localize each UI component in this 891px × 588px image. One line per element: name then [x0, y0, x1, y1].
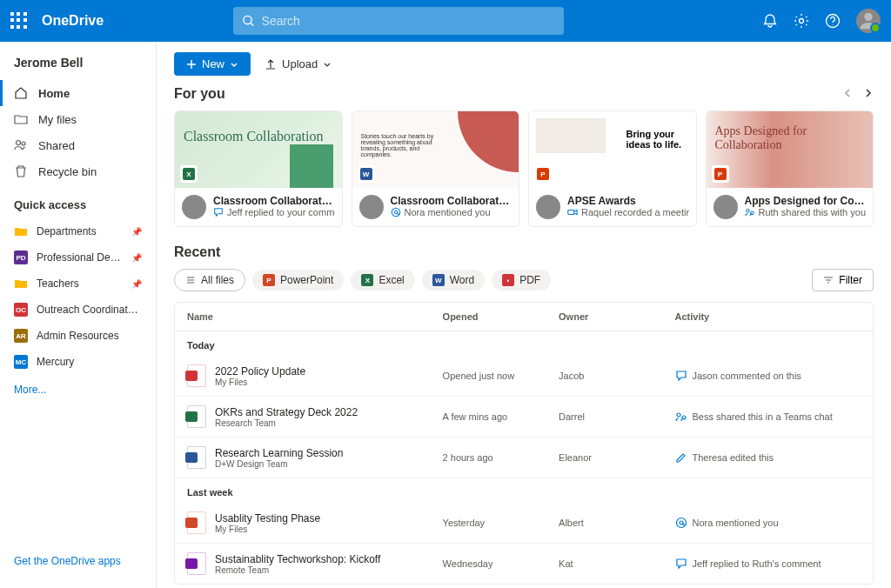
search-icon — [242, 14, 255, 28]
file-title: 2022 Policy Update — [215, 365, 305, 378]
quick-access-item[interactable]: PDProfessional Develop...📌 — [0, 244, 156, 271]
app-badge-icon: P — [712, 165, 729, 183]
file-location: My Files — [215, 378, 305, 387]
qa-label: Outreach Coordinators — [37, 304, 142, 316]
card-title: Classroom Collaboration — [213, 195, 335, 207]
file-opened: Wednesday — [443, 558, 559, 569]
carousel-next[interactable] — [863, 86, 874, 102]
app-header: OneDrive — [0, 0, 891, 42]
file-type-icon — [187, 552, 206, 575]
file-type-icon — [187, 511, 206, 534]
table-row[interactable]: OKRs and Strategy Deck 2022 Research Tea… — [175, 397, 873, 438]
filter-pill[interactable]: PPowerPoint — [252, 270, 344, 291]
col-name[interactable]: Name — [187, 311, 443, 322]
site-icon: PD — [14, 251, 28, 264]
file-location: Remote Team — [215, 565, 380, 575]
nav-home[interactable]: Home — [0, 80, 156, 106]
app-badge-icon: W — [358, 165, 375, 183]
folder-icon — [14, 112, 28, 126]
search-input[interactable] — [262, 14, 555, 28]
file-title: Usablity Testing Phase — [215, 512, 320, 525]
person-avatar — [359, 195, 384, 219]
file-location: My Files — [215, 525, 320, 534]
app-badge-icon: X — [180, 165, 198, 183]
notifications-icon[interactable] — [762, 13, 778, 29]
card-title: APSE Awards — [567, 195, 689, 207]
app-launcher-icon[interactable] — [10, 12, 28, 30]
table-row[interactable]: 2022 Policy Update My Files Opened just … — [175, 356, 873, 397]
card-activity: Jeff replied to your comment — [213, 207, 335, 217]
nav-recycle-bin[interactable]: Recycle bin — [0, 158, 156, 184]
filter-pill[interactable]: All files — [174, 269, 245, 291]
file-type-icon — [187, 446, 206, 469]
upload-icon — [265, 58, 277, 70]
more-link[interactable]: More... — [0, 375, 156, 404]
nav-label: Recycle bin — [38, 165, 97, 178]
file-opened: 2 hours ago — [443, 452, 559, 463]
carousel-prev[interactable] — [842, 86, 853, 102]
svg-point-9 — [746, 210, 748, 212]
table-row[interactable]: Sustainablity Techworkshop: Kickoff Remo… — [175, 544, 873, 584]
table-row[interactable]: Research Learning Session D+W Design Tea… — [175, 438, 873, 478]
quick-access-item[interactable]: ARAdmin Resources — [0, 323, 156, 349]
svg-rect-8 — [568, 210, 574, 214]
table-row[interactable]: Usablity Testing Phase My Files Yesterda… — [175, 503, 873, 544]
file-owner: Darrel — [559, 411, 674, 422]
file-opened: Yesterday — [443, 518, 559, 528]
file-location: Research Team — [215, 418, 358, 428]
nav-my-files[interactable]: My files — [0, 106, 156, 132]
site-icon: OC — [14, 303, 28, 317]
filter-pill[interactable]: WWord — [422, 270, 485, 291]
app-icon: W — [432, 274, 445, 286]
user-avatar[interactable] — [856, 9, 881, 33]
file-type-icon — [187, 405, 206, 428]
nav-shared[interactable]: Shared — [0, 132, 156, 158]
svg-point-3 — [826, 15, 839, 28]
file-activity: Bess shared this in a Teams chat — [675, 411, 861, 423]
toolbar: New Upload — [157, 42, 891, 86]
card-thumbnail: P — [707, 111, 874, 188]
app-icon: X — [361, 274, 373, 286]
file-owner: Jacob — [559, 371, 674, 381]
folder-icon — [14, 277, 28, 291]
file-owner: Eleanor — [559, 452, 674, 463]
col-owner[interactable]: Owner — [559, 311, 674, 322]
upload-button[interactable]: Upload — [265, 57, 332, 70]
for-you-card[interactable]: X Classroom Collaboration Jeff replied t… — [174, 110, 343, 227]
card-thumbnail: W — [352, 111, 519, 188]
plus-icon — [186, 59, 197, 70]
svg-point-4 — [17, 141, 21, 145]
filter-button[interactable]: Filter — [812, 269, 874, 291]
quick-access-item[interactable]: Departments📌 — [0, 218, 156, 244]
app-badge-icon: P — [534, 165, 552, 183]
card-thumbnail: P — [529, 111, 696, 188]
file-opened: A few mins ago — [443, 411, 559, 422]
filter-pill[interactable]: XExcel — [351, 270, 414, 291]
user-name: Jerome Bell — [0, 52, 156, 80]
svg-point-11 — [677, 413, 680, 417]
filter-pill[interactable]: ▪PDF — [492, 270, 551, 291]
quick-access-item[interactable]: OCOutreach Coordinators — [0, 297, 156, 323]
site-icon: MC — [14, 355, 28, 369]
filter-icon — [823, 275, 834, 285]
file-owner: Kat — [559, 558, 674, 569]
pin-icon: 📌 — [131, 227, 142, 237]
settings-icon[interactable] — [794, 13, 809, 29]
get-apps-link[interactable]: Get the OneDrive apps — [0, 545, 156, 578]
file-activity: Jeff replied to Ruth's comment — [675, 558, 861, 570]
quick-access-item[interactable]: MCMercury — [0, 349, 156, 375]
for-you-card[interactable]: P APSE Awards Raquel recorded a meeting — [528, 110, 697, 227]
new-button[interactable]: New — [174, 52, 251, 76]
recent-table: Name Opened Owner Activity Today 2022 Po… — [174, 302, 874, 585]
help-icon[interactable] — [825, 13, 841, 29]
search-box[interactable] — [233, 7, 564, 35]
col-opened[interactable]: Opened — [443, 311, 559, 322]
quick-access-title: Quick access — [0, 184, 156, 218]
svg-point-13 — [676, 518, 686, 528]
col-activity[interactable]: Activity — [675, 311, 861, 322]
for-you-card[interactable]: W Classroom Collaboration Nora mentioned… — [352, 110, 520, 227]
for-you-card[interactable]: P Apps Designed for Collab... Ruth share… — [706, 110, 874, 227]
svg-point-5 — [22, 142, 25, 145]
quick-access-item[interactable]: Teachers📌 — [0, 271, 156, 297]
qa-label: Mercury — [37, 356, 142, 368]
